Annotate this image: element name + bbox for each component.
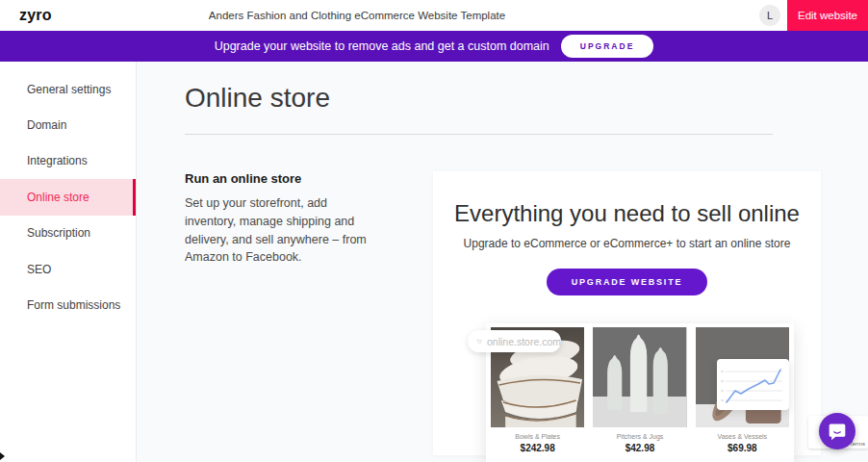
top-bar: zyro Anders Fashion and Clothing eCommer… [0,0,868,31]
upgrade-button[interactable]: UPGRADE [561,35,654,58]
card-heading: Everything you need to sell online [433,200,821,227]
product-name: Vases & Vessels [696,433,789,440]
product-name: Bowls & Plates [491,433,584,440]
store-url-text: online.store.com [487,336,561,347]
user-avatar[interactable]: L [759,5,780,26]
sidebar-item-online-store[interactable]: Online store [0,179,136,215]
site-template-title: Anders Fashion and Clothing eCommerce We… [0,10,714,21]
sidebar-item-seo[interactable]: SEO [0,251,136,287]
product-card: Pitchers & Jugs $42.98 [593,327,686,462]
upgrade-banner: Upgrade your website to remove ads and g… [0,31,868,62]
mouse-cursor [0,452,5,460]
product-price: $42.98 [593,443,686,453]
sidebar-item-subscription[interactable]: Subscription [0,216,136,251]
pitchers-product-image [593,327,686,427]
upgrade-website-button[interactable]: UPGRADE WEBSITE [547,269,708,295]
card-subheading: Upgrade to eCommerce or eCommerce+ to st… [433,237,821,250]
store-preview-panel: online.store.com [486,323,794,462]
page-title: Online store [185,83,868,114]
chat-bubble-icon [828,422,847,441]
sidebar-item-integrations[interactable]: Integrations [0,143,136,179]
product-name: Pitchers & Jugs [593,433,686,440]
sales-mini-chart [717,359,789,410]
product-price: $242.98 [491,443,584,453]
sidebar-item-form-submissions[interactable]: Form submissions [0,287,136,322]
section-description-column: Run an online store Set up your storefro… [185,171,385,455]
mini-chart-line [727,370,780,402]
edit-website-button[interactable]: Edit website [787,0,868,31]
divider [185,134,773,135]
main-content: Online store Run an online store Set up … [137,62,868,462]
product-price: $69.98 [696,443,789,453]
sidebar-item-domain[interactable]: Domain [0,107,136,142]
store-url-pill: online.store.com [468,330,561,352]
section-heading: Run an online store [185,171,373,186]
section-description: Set up your storefront, add inventory, m… [185,194,373,267]
ecommerce-upsell-card: Everything you need to sell online Upgra… [433,171,821,455]
shopping-cart-icon [476,336,482,347]
sidebar-item-general-settings[interactable]: General settings [0,71,136,107]
upgrade-banner-text: Upgrade your website to remove ads and g… [215,39,549,53]
chat-widget-button[interactable] [819,413,855,449]
settings-sidebar: General settings Domain Integrations Onl… [0,62,137,462]
